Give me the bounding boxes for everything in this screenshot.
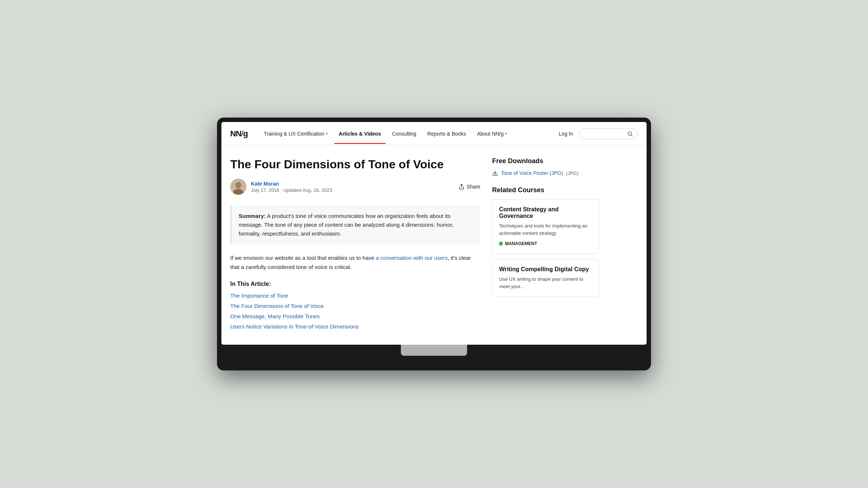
free-downloads-title: Free Downloads <box>492 157 599 165</box>
related-courses-section: Related Courses Content Strategy and Gov… <box>492 186 599 297</box>
free-downloads-section: Free Downloads Tone of Voice Poster (JPG… <box>492 157 599 176</box>
search-input[interactable] <box>584 131 624 136</box>
article-meta: Kate Moran July 17, 2016 · Updated Aug. … <box>230 179 480 195</box>
summary-text: A product's tone of voice communicates h… <box>239 213 453 237</box>
svg-point-3 <box>235 182 241 189</box>
chevron-down-icon: ▾ <box>505 132 507 136</box>
download-link[interactable]: Tone of Voice Poster (JPG) (JPG) <box>492 170 599 176</box>
author-details: Kate Moran July 17, 2016 · Updated Aug. … <box>251 181 332 193</box>
share-label: Share <box>467 184 480 190</box>
summary-block: Summary: A product's tone of voice commu… <box>230 205 480 245</box>
navbar: NN/g Training & UX Certification ▾ Artic… <box>221 122 647 146</box>
search-icon[interactable] <box>627 131 633 137</box>
nav-about[interactable]: About NN/g ▾ <box>473 123 511 144</box>
author-info: Kate Moran July 17, 2016 · Updated Aug. … <box>230 179 332 195</box>
nav-consulting[interactable]: Consulting <box>388 123 421 144</box>
toc-link-4[interactable]: Users Notice Variations in Tone-of-Voice… <box>230 323 359 330</box>
toc-link-1[interactable]: The Importance of Tone <box>230 293 288 299</box>
download-icon <box>492 170 498 176</box>
course-card-1[interactable]: Content Strategy and Governance Techniqu… <box>492 199 599 254</box>
toc-link-3[interactable]: One Message, Many Possible Tones <box>230 313 320 319</box>
site-logo[interactable]: NN/g <box>230 129 248 139</box>
monitor: NN/g Training & UX Certification ▾ Artic… <box>217 118 651 370</box>
nav-training[interactable]: Training & UX Certification ▾ <box>259 123 332 144</box>
search-bar <box>579 128 638 139</box>
download-label: Tone of Voice Poster (JPG) <box>501 170 563 176</box>
article-title: The Four Dimensions of Tone of Voice <box>230 157 480 171</box>
nav-links: Training & UX Certification ▾ Articles &… <box>259 123 559 144</box>
share-icon <box>459 184 465 190</box>
course-tag-1: MANAGEMENT <box>499 241 537 246</box>
svg-line-1 <box>631 135 632 136</box>
author-name[interactable]: Kate Moran <box>251 181 332 187</box>
toc-link-2[interactable]: The Four Dimensions of Tone of Voice <box>230 303 324 309</box>
tag-label: MANAGEMENT <box>505 241 537 246</box>
file-type: (JPG) <box>566 171 579 176</box>
page-content: The Four Dimensions of Tone of Voice Kat… <box>221 146 647 345</box>
list-item: Users Notice Variations in Tone-of-Voice… <box>230 323 480 330</box>
list-item: The Importance of Tone <box>230 293 480 299</box>
nav-right: Log In <box>559 128 638 139</box>
article-main: The Four Dimensions of Tone of Voice Kat… <box>230 157 480 336</box>
body-link[interactable]: a conversation with our users <box>376 255 448 261</box>
course-title-1: Content Strategy and Governance <box>499 206 592 219</box>
nav-reports[interactable]: Reports & Books <box>423 123 470 144</box>
avatar <box>230 179 246 195</box>
article-date: July 17, 2016 · Updated Aug. 16, 2023 <box>251 187 332 193</box>
list-item: One Message, Many Possible Tones <box>230 313 480 320</box>
course-card-2[interactable]: Writing Compelling Digital Copy Use UX w… <box>492 259 599 297</box>
summary-label: Summary: <box>239 213 266 219</box>
list-item: The Four Dimensions of Tone of Voice <box>230 303 480 309</box>
course-title-2: Writing Compelling Digital Copy <box>499 266 592 273</box>
login-button[interactable]: Log In <box>559 131 573 137</box>
toc-list: The Importance of Tone The Four Dimensio… <box>230 293 480 330</box>
course-desc-2: Use UX writing to shape your content to … <box>499 276 592 290</box>
toc-heading: In This Article: <box>230 281 480 287</box>
article-body: If we envision our website as a tool tha… <box>230 254 480 272</box>
monitor-stand <box>401 345 467 356</box>
chevron-down-icon: ▾ <box>326 132 328 136</box>
nav-articles[interactable]: Articles & Videos <box>334 123 385 144</box>
course-desc-1: Techniques and tools for implementing an… <box>499 222 592 237</box>
tag-dot-icon <box>499 242 503 245</box>
browser-window: NN/g Training & UX Certification ▾ Artic… <box>221 122 647 345</box>
table-of-contents: In This Article: The Importance of Tone … <box>230 281 480 330</box>
related-courses-title: Related Courses <box>492 186 599 194</box>
share-button[interactable]: Share <box>459 184 480 190</box>
article-sidebar: Free Downloads Tone of Voice Poster (JPG… <box>492 157 599 336</box>
